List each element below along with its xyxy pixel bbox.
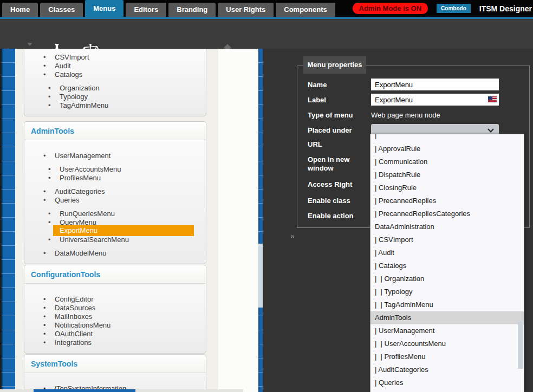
tree-item-tagadminmenu[interactable]: •TagAdminMenu bbox=[24, 101, 206, 109]
tree-item-organization[interactable]: •Organization bbox=[24, 83, 206, 92]
tree-item-exportmenu[interactable]: •ExportMenu bbox=[24, 226, 206, 235]
bullet-icon: • bbox=[48, 93, 60, 101]
dropdown-option[interactable]: | | ProfilesMenu bbox=[370, 350, 524, 363]
tab-editors[interactable]: Editors bbox=[126, 3, 166, 17]
tree-item-datasources[interactable]: •DataSources bbox=[24, 303, 206, 312]
tab-classes[interactable]: Classes bbox=[40, 3, 83, 17]
bullet-icon: • bbox=[43, 338, 55, 347]
bullet-icon: • bbox=[43, 384, 55, 390]
type-of-menu-label: Type of menu bbox=[308, 111, 364, 120]
dropdown-option[interactable]: | | TagAdminMenu bbox=[370, 298, 524, 311]
dropdown-option[interactable]: | DispatchRule bbox=[370, 168, 524, 181]
dropdown-option-label: | Catalogs bbox=[375, 262, 406, 270]
tree-item-runqueriesmenu[interactable]: •RunQueriesMenu bbox=[24, 209, 206, 218]
tree-section-title[interactable]: ConfigurationTools bbox=[24, 265, 206, 284]
tree-item-integrations[interactable]: •Integrations bbox=[24, 338, 206, 347]
vertical-scrollbar-thumb[interactable] bbox=[258, 244, 263, 308]
tree-item-queries[interactable]: •Queries bbox=[24, 195, 206, 204]
dropdown-option[interactable]: | AuditCategories bbox=[370, 363, 524, 376]
dropdown-option-label: | | TagAdminMenu bbox=[375, 300, 433, 309]
dropdown-option[interactable]: | Communication bbox=[370, 155, 524, 168]
type-of-menu-value: Web page menu node bbox=[371, 111, 440, 119]
dropdown-option-label: | ApprovalRule bbox=[375, 145, 420, 153]
tree-item-itopsysteminformation[interactable]: •iTopSystemInformation bbox=[24, 384, 206, 389]
tree-item-usermanagement[interactable]: •UserManagement bbox=[24, 151, 206, 160]
tree-item-datamodelmenu[interactable]: •DataModelMenu bbox=[24, 249, 206, 257]
dropdown-option-label: | AuditCategories bbox=[375, 365, 428, 374]
bullet-icon: • bbox=[43, 70, 55, 79]
bullet-icon: • bbox=[43, 330, 55, 338]
top-bar: HomeClassesMenusEditorsBrandingUser Righ… bbox=[0, 0, 533, 17]
tab-branding[interactable]: Branding bbox=[168, 3, 216, 17]
tree-item-auditcategories[interactable]: •AuditCategories bbox=[24, 187, 206, 195]
tree-card-body: •ConfigEditor•DataSources•MailInboxes•No… bbox=[24, 284, 206, 353]
tab-components[interactable]: Components bbox=[276, 3, 335, 17]
tree-item-configeditor[interactable]: •ConfigEditor bbox=[24, 295, 206, 303]
tree-card-admintools: AdminTools•UserManagement•UserAccountsMe… bbox=[24, 121, 206, 264]
tree-item-label: AuditCategories bbox=[55, 187, 105, 195]
tree-item-catalogs[interactable]: •Catalogs bbox=[24, 70, 206, 79]
name-label: Name bbox=[308, 81, 364, 89]
tree-item-label: iTopSystemInformation bbox=[55, 384, 126, 390]
bullet-icon: • bbox=[43, 249, 55, 257]
tree-item-useraccountsmenu[interactable]: •UserAccountsMenu bbox=[24, 165, 206, 173]
dropdown-option-label: DataAdministration bbox=[375, 223, 434, 231]
vertical-scrollbar[interactable] bbox=[258, 49, 263, 392]
tree-item-notificationsmenu[interactable]: •NotificationsMenu bbox=[24, 321, 206, 329]
horizontal-scrollbar[interactable] bbox=[0, 389, 243, 392]
tree-item-label: UserManagement bbox=[55, 152, 110, 160]
dropdown-option[interactable]: | Queries bbox=[370, 376, 524, 389]
dropdown-option[interactable]: | PrecannedRepliesCategories bbox=[370, 207, 524, 220]
dropdown-option[interactable]: | bbox=[370, 134, 524, 142]
bullet-icon: • bbox=[48, 165, 60, 173]
tree-card-body: •UserManagement•UserAccountsMenu•Profile… bbox=[24, 140, 206, 264]
tree-item-profilesmenu[interactable]: •ProfilesMenu bbox=[24, 173, 206, 182]
dropdown-option-label: | ClosingRule bbox=[375, 184, 417, 192]
us-flag-icon bbox=[488, 96, 497, 102]
horizontal-scrollbar-thumb[interactable] bbox=[34, 389, 135, 392]
access-right-label: Access Right bbox=[308, 180, 364, 189]
tree-item-universalsearchmenu[interactable]: •UniversalSearchMenu bbox=[24, 235, 206, 244]
tree-item-typology[interactable]: •Typology bbox=[24, 92, 206, 101]
tree-section-title[interactable]: AdminTools bbox=[24, 122, 206, 140]
menu-properties-tab[interactable]: Menu properties bbox=[303, 56, 366, 74]
tab-home[interactable]: Home bbox=[2, 3, 38, 17]
tree-item-label: Integrations bbox=[55, 338, 92, 347]
tree-item-csvimport[interactable]: •CSVImport bbox=[24, 53, 206, 61]
tree-section-title[interactable]: SystemTools bbox=[24, 355, 206, 373]
dropdown-option[interactable]: | PrecannedReplies bbox=[370, 194, 524, 207]
dropdown-option[interactable]: | Audit bbox=[370, 246, 524, 259]
dropdown-option[interactable]: AdminTools bbox=[370, 311, 524, 324]
dropdown-option[interactable]: | ApprovalRule bbox=[370, 142, 524, 155]
dropdown-option[interactable]: | | Organization bbox=[370, 272, 524, 285]
tree-item-audit[interactable]: •Audit bbox=[24, 61, 206, 70]
dropdown-option-label: | DispatchRule bbox=[375, 171, 420, 179]
tree-item-mailinboxes[interactable]: •MailInboxes bbox=[24, 312, 206, 321]
dropdown-option[interactable]: | UserManagement bbox=[370, 324, 524, 337]
dropdown-option[interactable]: DataAdministration bbox=[370, 220, 524, 233]
tree-item-label: TagAdminMenu bbox=[60, 101, 108, 109]
label-label: Label bbox=[308, 96, 364, 104]
tab-menus[interactable]: Menus bbox=[85, 0, 123, 17]
dropdown-option[interactable]: | ClosingRule bbox=[370, 181, 524, 194]
dropdown-option[interactable]: | | UserAccountsMenu bbox=[370, 337, 524, 350]
dropdown-option-label: | CSVImport bbox=[375, 236, 413, 244]
bullet-icon: • bbox=[43, 295, 55, 303]
label-input[interactable] bbox=[371, 94, 499, 106]
name-input[interactable] bbox=[371, 79, 499, 90]
tree-item-label: ExportMenu bbox=[53, 225, 194, 236]
dropdown-scrollbar-thumb[interactable] bbox=[518, 322, 523, 369]
dropdown-option[interactable]: | | Typology bbox=[370, 285, 524, 298]
tree-item-oauthclient[interactable]: •OAuthClient bbox=[24, 329, 206, 338]
bullet-icon: • bbox=[43, 304, 55, 312]
collapse-panel-chevron-icon[interactable]: » bbox=[290, 232, 295, 240]
top-right-cluster: Admin Mode is ON Combodo ITSM Designer bbox=[353, 0, 532, 17]
dropdown-option-label: | Queries bbox=[375, 378, 404, 387]
dropdown-option[interactable]: | CSVImport bbox=[370, 233, 524, 246]
tab-user-rights[interactable]: User Rights bbox=[218, 3, 274, 17]
tree-item-label: Catalogs bbox=[55, 70, 82, 79]
placed-under-label: Placed under bbox=[308, 126, 364, 135]
dropdown-option[interactable]: | Catalogs bbox=[370, 259, 524, 272]
tree-item-label: NotificationsMenu bbox=[55, 321, 110, 329]
enable-class-label: Enable class bbox=[308, 197, 364, 205]
